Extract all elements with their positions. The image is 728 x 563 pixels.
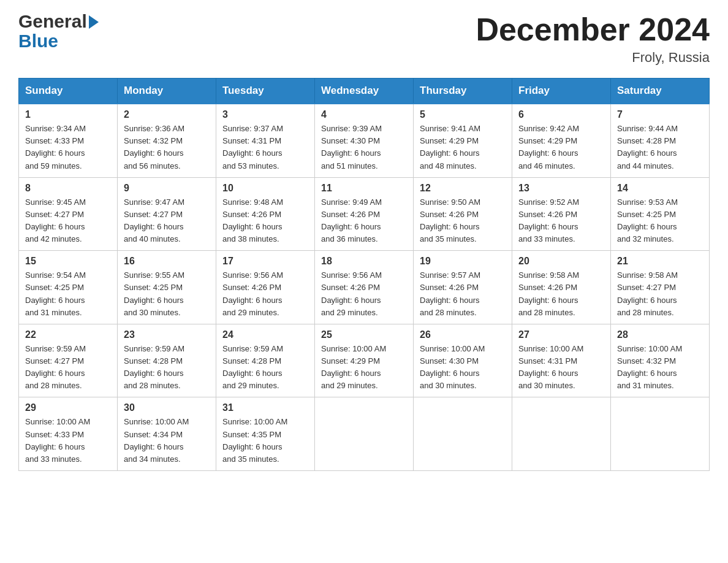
day-number: 20 (518, 256, 604, 267)
calendar-cell: 25Sunrise: 10:00 AM Sunset: 4:29 PM Dayl… (315, 324, 414, 397)
day-number: 23 (124, 329, 210, 340)
col-header-monday: Monday (118, 79, 216, 104)
calendar-cell: 31Sunrise: 10:00 AM Sunset: 4:35 PM Dayl… (216, 397, 315, 471)
day-number: 8 (25, 183, 111, 194)
calendar-cell: 24Sunrise: 9:59 AM Sunset: 4:28 PM Dayli… (216, 324, 315, 397)
logo-blue-text: Blue (18, 32, 99, 50)
calendar-body: 1Sunrise: 9:34 AM Sunset: 4:33 PM Daylig… (19, 104, 710, 470)
calendar-week-row: 22Sunrise: 9:59 AM Sunset: 4:27 PM Dayli… (19, 324, 710, 397)
day-info: Sunrise: 9:44 AM Sunset: 4:28 PM Dayligh… (617, 123, 703, 172)
calendar-cell: 4Sunrise: 9:39 AM Sunset: 4:30 PM Daylig… (315, 104, 414, 177)
calendar-cell: 21Sunrise: 9:58 AM Sunset: 4:27 PM Dayli… (611, 251, 710, 324)
day-number: 26 (420, 329, 506, 340)
day-number: 13 (518, 183, 604, 194)
day-number: 30 (124, 402, 210, 413)
day-number: 9 (124, 183, 210, 194)
day-info: Sunrise: 9:58 AM Sunset: 4:26 PM Dayligh… (518, 269, 604, 319)
day-info: Sunrise: 9:56 AM Sunset: 4:26 PM Dayligh… (222, 269, 308, 319)
day-number: 16 (124, 256, 210, 267)
calendar-cell: 14Sunrise: 9:53 AM Sunset: 4:25 PM Dayli… (611, 177, 710, 251)
calendar-cell: 5Sunrise: 9:41 AM Sunset: 4:29 PM Daylig… (414, 104, 512, 177)
day-number: 29 (25, 402, 111, 413)
day-info: Sunrise: 9:34 AM Sunset: 4:33 PM Dayligh… (25, 123, 111, 172)
calendar-cell: 8Sunrise: 9:45 AM Sunset: 4:27 PM Daylig… (19, 177, 118, 251)
calendar-cell: 12Sunrise: 9:50 AM Sunset: 4:26 PM Dayli… (414, 177, 512, 251)
col-header-saturday: Saturday (611, 79, 710, 104)
day-info: Sunrise: 9:59 AM Sunset: 4:28 PM Dayligh… (222, 343, 308, 393)
calendar-table: SundayMondayTuesdayWednesdayThursdayFrid… (18, 78, 710, 471)
calendar-cell: 22Sunrise: 9:59 AM Sunset: 4:27 PM Dayli… (19, 324, 118, 397)
calendar-cell (315, 397, 414, 471)
day-number: 21 (617, 256, 703, 267)
day-info: Sunrise: 10:00 AM Sunset: 4:34 PM Daylig… (124, 416, 210, 465)
day-number: 27 (518, 329, 604, 340)
col-header-wednesday: Wednesday (315, 79, 414, 104)
calendar-cell: 1Sunrise: 9:34 AM Sunset: 4:33 PM Daylig… (19, 104, 118, 177)
calendar-cell: 26Sunrise: 10:00 AM Sunset: 4:30 PM Dayl… (414, 324, 512, 397)
day-number: 10 (222, 183, 308, 194)
day-number: 4 (321, 109, 407, 120)
calendar-cell: 20Sunrise: 9:58 AM Sunset: 4:26 PM Dayli… (512, 251, 611, 324)
calendar-week-row: 29Sunrise: 10:00 AM Sunset: 4:33 PM Dayl… (19, 397, 710, 471)
day-info: Sunrise: 9:59 AM Sunset: 4:28 PM Dayligh… (124, 343, 210, 393)
day-number: 12 (420, 183, 506, 194)
day-number: 17 (222, 256, 308, 267)
day-number: 28 (617, 329, 703, 340)
day-info: Sunrise: 10:00 AM Sunset: 4:30 PM Daylig… (420, 343, 506, 393)
day-number: 25 (321, 329, 407, 340)
calendar-cell: 9Sunrise: 9:47 AM Sunset: 4:27 PM Daylig… (118, 177, 216, 251)
calendar-header-right: December 2024 Froly, Russia (476, 12, 710, 66)
day-info: Sunrise: 9:58 AM Sunset: 4:27 PM Dayligh… (617, 269, 703, 319)
day-number: 24 (222, 329, 308, 340)
calendar-header-row: SundayMondayTuesdayWednesdayThursdayFrid… (19, 79, 710, 104)
day-info: Sunrise: 9:49 AM Sunset: 4:26 PM Dayligh… (321, 196, 407, 246)
calendar-cell: 18Sunrise: 9:56 AM Sunset: 4:26 PM Dayli… (315, 251, 414, 324)
calendar-cell: 30Sunrise: 10:00 AM Sunset: 4:34 PM Dayl… (118, 397, 216, 471)
day-number: 7 (617, 109, 703, 120)
day-info: Sunrise: 9:50 AM Sunset: 4:26 PM Dayligh… (420, 196, 506, 246)
calendar-cell (611, 397, 710, 471)
col-header-sunday: Sunday (19, 79, 118, 104)
day-number: 3 (222, 109, 308, 120)
day-info: Sunrise: 9:41 AM Sunset: 4:29 PM Dayligh… (420, 123, 506, 172)
day-info: Sunrise: 9:39 AM Sunset: 4:30 PM Dayligh… (321, 123, 407, 172)
day-number: 11 (321, 183, 407, 194)
col-header-tuesday: Tuesday (216, 79, 315, 104)
calendar-cell: 10Sunrise: 9:48 AM Sunset: 4:26 PM Dayli… (216, 177, 315, 251)
day-info: Sunrise: 9:56 AM Sunset: 4:26 PM Dayligh… (321, 269, 407, 319)
day-info: Sunrise: 9:55 AM Sunset: 4:25 PM Dayligh… (124, 269, 210, 319)
day-number: 18 (321, 256, 407, 267)
day-info: Sunrise: 9:53 AM Sunset: 4:25 PM Dayligh… (617, 196, 703, 246)
day-info: Sunrise: 9:52 AM Sunset: 4:26 PM Dayligh… (518, 196, 604, 246)
calendar-cell (512, 397, 611, 471)
calendar-cell: 13Sunrise: 9:52 AM Sunset: 4:26 PM Dayli… (512, 177, 611, 251)
day-info: Sunrise: 9:37 AM Sunset: 4:31 PM Dayligh… (222, 123, 308, 172)
day-number: 14 (617, 183, 703, 194)
day-info: Sunrise: 9:45 AM Sunset: 4:27 PM Dayligh… (25, 196, 111, 246)
day-info: Sunrise: 9:48 AM Sunset: 4:26 PM Dayligh… (222, 196, 308, 246)
calendar-week-row: 1Sunrise: 9:34 AM Sunset: 4:33 PM Daylig… (19, 104, 710, 177)
day-info: Sunrise: 9:36 AM Sunset: 4:32 PM Dayligh… (124, 123, 210, 172)
calendar-cell: 3Sunrise: 9:37 AM Sunset: 4:31 PM Daylig… (216, 104, 315, 177)
calendar-cell: 28Sunrise: 10:00 AM Sunset: 4:32 PM Dayl… (611, 324, 710, 397)
logo-arrow-icon (89, 15, 99, 29)
day-number: 19 (420, 256, 506, 267)
day-info: Sunrise: 10:00 AM Sunset: 4:33 PM Daylig… (25, 416, 111, 465)
day-info: Sunrise: 9:42 AM Sunset: 4:29 PM Dayligh… (518, 123, 604, 172)
day-info: Sunrise: 10:00 AM Sunset: 4:35 PM Daylig… (222, 416, 308, 465)
day-info: Sunrise: 9:57 AM Sunset: 4:26 PM Dayligh… (420, 269, 506, 319)
calendar-cell: 16Sunrise: 9:55 AM Sunset: 4:25 PM Dayli… (118, 251, 216, 324)
calendar-cell: 23Sunrise: 9:59 AM Sunset: 4:28 PM Dayli… (118, 324, 216, 397)
col-header-friday: Friday (512, 79, 611, 104)
calendar-title: December 2024 (476, 12, 710, 47)
day-info: Sunrise: 9:59 AM Sunset: 4:27 PM Dayligh… (25, 343, 111, 393)
logo: General Blue (18, 12, 99, 50)
calendar-week-row: 15Sunrise: 9:54 AM Sunset: 4:25 PM Dayli… (19, 251, 710, 324)
calendar-subtitle: Froly, Russia (476, 50, 710, 66)
calendar-cell: 27Sunrise: 10:00 AM Sunset: 4:31 PM Dayl… (512, 324, 611, 397)
calendar-cell: 29Sunrise: 10:00 AM Sunset: 4:33 PM Dayl… (19, 397, 118, 471)
day-info: Sunrise: 9:47 AM Sunset: 4:27 PM Dayligh… (124, 196, 210, 246)
day-number: 2 (124, 109, 210, 120)
calendar-cell: 11Sunrise: 9:49 AM Sunset: 4:26 PM Dayli… (315, 177, 414, 251)
calendar-cell: 6Sunrise: 9:42 AM Sunset: 4:29 PM Daylig… (512, 104, 611, 177)
